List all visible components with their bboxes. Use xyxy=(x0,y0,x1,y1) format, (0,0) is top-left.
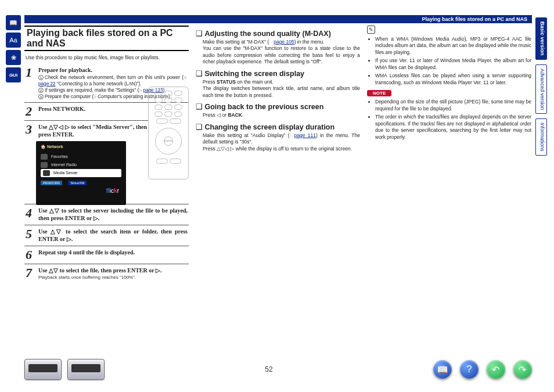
header-title: Playing back files stored on a PC and NA… xyxy=(422,16,527,22)
radio-icon xyxy=(41,162,48,168)
circle-1-icon: 1 xyxy=(38,75,44,80)
page-number: 52 xyxy=(265,365,272,373)
header-bar: Playing back files stored on a PC and NA… xyxy=(24,15,532,23)
page-title: Playing back files stored on a PC and NA… xyxy=(24,26,189,51)
duration-body: Make this setting at "Audio Display" (☞p… xyxy=(196,132,360,152)
left-icon-column: 📖 Aa ❀ GUI xyxy=(6,15,21,82)
device-front-icon[interactable] xyxy=(24,359,62,380)
step-3-text: Use △▽◁ ▷ to select "Media Server", then… xyxy=(38,124,147,138)
book-icon[interactable]: 📖 xyxy=(6,15,21,30)
sirius-logo: SiriusXM xyxy=(68,181,87,185)
tab-informations[interactable]: Informations xyxy=(535,118,547,156)
heading-display-duration: Changing the screen display duration xyxy=(196,123,360,131)
step-2: 2 Press NETWORK. xyxy=(24,103,148,121)
step-7-text: Use △▽ to select the file, then press EN… xyxy=(38,267,162,274)
tips-list: When a WMA (Windows Media Audio), MP3 or… xyxy=(367,36,531,86)
server-icon xyxy=(43,170,50,176)
list-item: Depending on the size of the still pictu… xyxy=(375,99,531,112)
link-page-105[interactable]: page 105 xyxy=(274,39,294,45)
pen-icon: ✎ xyxy=(367,26,375,34)
flickr-logo: flickr xyxy=(106,188,119,194)
remote-mock: ENTER xyxy=(148,87,189,179)
list-item: If you use Ver. 11 or later of Windows M… xyxy=(375,57,531,71)
dpad-icon: ENTER xyxy=(155,128,182,154)
aa-icon[interactable]: Aa xyxy=(6,33,21,48)
intro-text: Use this procedure to play music files, … xyxy=(24,55,189,60)
note-list: Depending on the size of the still pictu… xyxy=(367,99,531,141)
screen-row-flickr: flickr xyxy=(41,186,121,195)
nav-buttons: 📖 ? ↶ ↷ xyxy=(433,360,532,379)
link-page-22[interactable]: page 22 xyxy=(38,81,56,87)
prev-nav-icon[interactable]: ↶ xyxy=(487,360,505,379)
screen-row-internet-radio: Internet Radio xyxy=(41,161,121,169)
tab-basic-version[interactable]: Basic version xyxy=(535,17,547,60)
list-item: WMA Lossless files can be played when us… xyxy=(375,73,531,86)
step-number: 1 xyxy=(26,66,35,79)
heading-switch-display: Switching the screen display xyxy=(196,69,360,78)
column-1: Playing back files stored on a PC and NA… xyxy=(24,26,189,351)
step-7-sub: Playback starts once buffering reaches "… xyxy=(38,275,188,281)
help-nav-icon[interactable]: ? xyxy=(460,360,479,379)
screen-row-brands: PANDORA SiriusXM xyxy=(41,179,121,186)
pandora-logo: PANDORA xyxy=(41,181,62,185)
step-4: 4 Use △▽ to select the server including … xyxy=(24,204,189,225)
step-number: 2 xyxy=(26,105,35,118)
tv-screen-mock: 🏠 Network Favorites Internet Radio Media… xyxy=(36,141,126,205)
note-badge: NOTE xyxy=(367,90,391,96)
right-tabs: Basic version Advanced version Informati… xyxy=(535,17,547,156)
step-5-text: Use △▽ to select the search item or fold… xyxy=(38,228,188,243)
list-item: When a WMA (Windows Media Audio), MP3 or… xyxy=(375,36,531,56)
footer: 52 📖 ? ↶ ↷ xyxy=(24,357,532,382)
screen-head: 🏠 Network xyxy=(41,145,121,149)
link-page-111[interactable]: page 111 xyxy=(294,132,316,138)
step-3: 3 Use △▽◁ ▷ to select "Media Server", th… xyxy=(24,121,148,141)
screen-row-favorites: Favorites xyxy=(41,153,121,161)
step-4-text: Use △▽ to select the server including th… xyxy=(38,207,188,222)
step-6-text: Repeat step 4 until the file is displaye… xyxy=(38,249,135,256)
book-nav-icon[interactable]: 📖 xyxy=(433,360,452,379)
page-body: Playing back files stored on a PC and NA… xyxy=(24,26,533,351)
circle-2-icon: 2 xyxy=(38,88,44,93)
column-2: Adjusting the sound quality (M-DAX) Make… xyxy=(196,26,360,351)
step-number: 5 xyxy=(26,228,35,240)
device-thumbnails xyxy=(24,359,105,380)
heading-go-back: Going back to the previous screen xyxy=(196,102,360,111)
list-item: The order in which the tracks/files are … xyxy=(375,114,531,141)
step-7: 7 Use △▽ to select the file, then press … xyxy=(24,264,189,283)
heading-mdax: Adjusting the sound quality (M-DAX) xyxy=(196,29,360,38)
circle-3-icon: 3 xyxy=(38,94,44,99)
gui-icon[interactable]: GUI xyxy=(6,67,21,82)
shell-icon[interactable]: ❀ xyxy=(6,50,21,65)
heart-icon xyxy=(41,154,48,160)
next-nav-icon[interactable]: ↷ xyxy=(513,360,532,379)
step-number: 6 xyxy=(26,249,35,261)
step-number: 3 xyxy=(26,123,35,136)
step-6: 6 Repeat step 4 until the file is displa… xyxy=(24,246,189,264)
step-5: 5 Use △▽ to select the search item or fo… xyxy=(24,225,189,246)
tab-advanced-version[interactable]: Advanced version xyxy=(535,64,547,114)
device-rear-icon[interactable] xyxy=(67,359,105,380)
switch-body: Press STATUS on the main unit. The displ… xyxy=(196,79,360,99)
step-1-head: Prepare for playback. xyxy=(38,66,188,74)
mdax-body: Make this setting at "M-DAX" (☞page 105)… xyxy=(196,39,360,66)
screen-row-media-server: Media Server xyxy=(41,169,121,177)
step-number: 4 xyxy=(26,207,35,220)
goback-body: Press ◁ or BACK. xyxy=(196,112,360,118)
step-2-text: Press NETWORK. xyxy=(38,106,85,112)
column-3: ✎ When a WMA (Windows Media Audio), MP3 … xyxy=(367,26,531,351)
step-number: 7 xyxy=(26,267,35,279)
